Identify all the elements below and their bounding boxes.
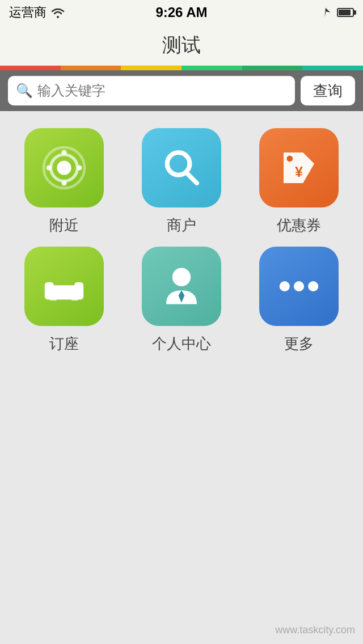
svg-point-6 xyxy=(77,166,82,171)
grid-item-profile[interactable]: 个人中心 xyxy=(142,247,221,354)
grid-item-coupon[interactable]: ¥ 优惠券 xyxy=(259,128,339,235)
svg-point-0 xyxy=(57,160,71,175)
coupon-icon-box: ¥ xyxy=(259,128,339,207)
more-label: 更多 xyxy=(284,334,314,354)
grid-item-merchant[interactable]: 商户 xyxy=(142,128,221,235)
battery-icon xyxy=(337,8,354,17)
coupon-icon: ¥ xyxy=(273,142,324,193)
stripe-teal xyxy=(302,66,363,70)
coupon-label: 优惠券 xyxy=(277,215,321,235)
main-content: 附近 商户 ¥ 优惠券 xyxy=(0,111,363,371)
svg-line-8 xyxy=(187,173,197,183)
svg-point-21 xyxy=(308,281,318,291)
grid-item-more[interactable]: 更多 xyxy=(259,247,339,354)
status-left: 运营商 xyxy=(9,4,65,21)
booking-label: 订座 xyxy=(49,334,79,354)
status-bar: 运营商 9:26 AM xyxy=(0,0,363,25)
merchant-icon xyxy=(156,142,207,193)
search-input-wrapper: 🔍 xyxy=(8,76,295,105)
svg-point-4 xyxy=(62,181,67,186)
nearby-icon-box xyxy=(24,128,104,207)
title-bar: 测试 xyxy=(0,25,363,66)
svg-rect-16 xyxy=(52,287,77,296)
svg-point-17 xyxy=(172,268,191,286)
svg-point-20 xyxy=(294,281,304,291)
wifi-icon xyxy=(51,7,65,18)
search-magnifier-icon: 🔍 xyxy=(16,83,33,99)
stripe-red xyxy=(0,66,61,70)
status-time: 9:26 AM xyxy=(155,5,207,20)
more-icon xyxy=(273,261,324,312)
stripe-yellow xyxy=(121,66,182,70)
status-right xyxy=(320,7,354,18)
stripe-lime xyxy=(182,66,242,70)
page-title: 测试 xyxy=(162,32,201,58)
booking-icon xyxy=(39,261,90,312)
svg-point-19 xyxy=(279,281,289,291)
svg-text:¥: ¥ xyxy=(295,164,303,180)
svg-point-5 xyxy=(47,166,52,171)
profile-icon xyxy=(156,261,207,312)
footer-watermark: www.taskcity.com xyxy=(275,624,355,636)
stripe-green xyxy=(242,66,303,70)
booking-icon-box xyxy=(24,247,104,326)
merchant-icon-box xyxy=(142,128,221,207)
profile-icon-box xyxy=(142,247,221,326)
svg-point-9 xyxy=(286,155,293,162)
carrier-label: 运营商 xyxy=(9,4,47,21)
search-input[interactable] xyxy=(37,83,287,99)
color-stripe xyxy=(0,66,363,70)
merchant-label: 商户 xyxy=(167,215,196,235)
nearby-label: 附近 xyxy=(49,215,79,235)
icon-grid: 附近 商户 ¥ 优惠券 xyxy=(11,128,352,354)
search-button[interactable]: 查询 xyxy=(301,76,355,105)
svg-point-3 xyxy=(62,150,67,155)
location-icon xyxy=(320,7,331,18)
search-bar: 🔍 查询 xyxy=(0,70,363,111)
grid-item-nearby[interactable]: 附近 xyxy=(24,128,104,235)
more-icon-box xyxy=(259,247,339,326)
stripe-orange xyxy=(61,66,121,70)
grid-item-booking[interactable]: 订座 xyxy=(24,247,104,354)
profile-label: 个人中心 xyxy=(152,334,211,354)
nearby-icon xyxy=(39,142,90,193)
